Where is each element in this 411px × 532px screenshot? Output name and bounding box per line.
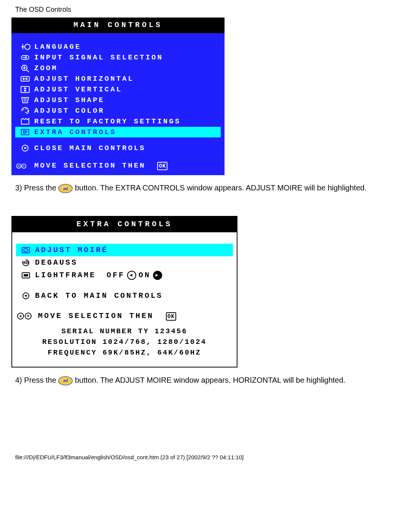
menu-item-extra-controls[interactable]: EXTRA CONTROLS [15,127,221,137]
svg-point-13 [24,249,28,252]
right-arrow-icon: ▶ [153,271,162,280]
close-label: CLOSE MAIN CONTROLS [34,144,220,152]
hint-label: MOVE SELECTION THEN [38,312,154,320]
extra-controls-panel: EXTRA CONTROLS ADJUST MOIRÉ DEGAUSS LI [11,216,237,367]
file-path-footer: file:///D|/EDFU/LF3/lf3manual/english/OS… [15,454,400,460]
menu-label: INPUT SIGNAL SELECTION [34,53,220,62]
svg-point-0 [25,44,30,50]
menu-item-adjust-vertical[interactable]: ADJUST VERTICAL [15,84,221,95]
menu-item-adjust-color[interactable]: ADJUST COLOR [15,105,221,116]
menu-label: ADJUST MOIRÉ [35,246,232,254]
step-3-text: 3) Press the ad button. The EXTRA CONTRO… [15,183,400,193]
reset-icon [16,117,34,126]
menu-item-adjust-horizontal[interactable]: ADJUST HORIZONTAL [15,73,221,84]
menu-label: ADJUST VERTICAL [34,85,220,94]
extra-info-block: SERIAL NUMBER TY 123456 RESOLUTION 1024/… [12,323,237,367]
menu-label: ADJUST SHAPE [34,96,220,104]
move-selection-hint: MOVE SELECTION THEN OK [15,160,221,171]
svg-point-6 [25,109,27,110]
ad-button-icon: ad [58,184,73,193]
lightframe-off: OFF [107,271,125,280]
main-controls-header: MAIN CONTROLS [11,18,225,33]
zoom-icon [16,64,34,72]
ad-button-icon: ad [58,376,73,385]
close-main-controls[interactable]: CLOSE MAIN CONTROLS [15,143,221,153]
svg-rect-15 [24,274,28,276]
menu-item-adjust-moire[interactable]: ADJUST MOIRÉ [16,244,233,256]
ok-icon: OK [166,312,176,321]
menu-label: LANGUAGE [34,43,220,51]
color-icon [16,107,34,115]
menu-item-language[interactable]: LANGUAGE [15,42,221,52]
lightframe-on: ON [139,271,151,280]
menu-label: ADJUST HORIZONTAL [34,75,220,83]
menu-item-zoom[interactable]: ZOOM [15,63,221,73]
up-down-arrows-icon [16,162,34,170]
shape-icon [16,96,34,104]
main-controls-panel: MAIN CONTROLS LANGUAGE INPUT SIGNAL SELE… [11,18,225,175]
hint-label: MOVE SELECTION THEN [34,161,146,170]
page-title: The OSD Controls [15,6,400,14]
menu-label: EXTRA CONTROLS [34,128,220,136]
menu-item-lightframe[interactable]: LIGHTFRAME OFF ◀ ON ▶ [16,269,233,282]
language-icon [16,43,34,51]
menu-item-adjust-shape[interactable]: ADJUST SHAPE [15,95,221,105]
svg-point-5 [23,109,24,110]
back-label: BACK TO MAIN CONTROLS [35,291,232,300]
menu-label: RESET TO FACTORY SETTINGS [34,117,220,126]
extra-icon [16,128,34,136]
left-arrow-icon: ◀ [127,271,136,280]
step3-prefix: 3) Press the [15,184,58,192]
menu-label: ZOOM [34,64,220,72]
move-selection-hint-extra: MOVE SELECTION THEN OK [16,310,233,323]
moire-icon [17,246,35,254]
degauss-icon [17,258,35,267]
ok-icon: OK [157,162,167,170]
menu-item-reset-factory[interactable]: RESET TO FACTORY SETTINGS [15,116,221,127]
down-circle-icon [16,144,34,152]
hint-text: MOVE SELECTION THEN OK [38,312,232,321]
menu-item-input-signal[interactable]: INPUT SIGNAL SELECTION [15,52,221,63]
resolution-info: RESOLUTION 1024/768, 1280/1024 [16,338,233,346]
input-icon [16,53,34,62]
horiz-icon [16,75,34,83]
down-circle-icon [17,291,35,300]
frequency-info: FREQUENCY 69K/85HZ, 64K/60HZ [16,348,233,357]
back-to-main-controls[interactable]: BACK TO MAIN CONTROLS [16,289,233,302]
step4-prefix: 4) Press the [15,376,58,384]
lightframe-text: LIGHTFRAME [35,271,96,280]
serial-number: SERIAL NUMBER TY 123456 [16,327,233,335]
lightframe-label: LIGHTFRAME OFF ◀ ON ▶ [35,271,232,280]
step3-suffix: button. The EXTRA CONTROLS window appear… [75,184,366,192]
lightframe-icon [17,271,35,280]
menu-label: ADJUST COLOR [34,107,220,115]
menu-item-degauss[interactable]: DEGAUSS [16,256,233,269]
step4-suffix: button. The ADJUST MOIRE window appears.… [75,376,346,384]
hint-text: MOVE SELECTION THEN OK [34,161,220,170]
menu-label: DEGAUSS [35,258,232,267]
svg-point-7 [27,111,29,112]
up-down-arrows-icon [17,312,38,320]
step-4-text: 4) Press the ad button. The ADJUST MOIRE… [15,375,400,385]
vert-icon [16,85,34,94]
extra-controls-header: EXTRA CONTROLS [12,217,237,232]
